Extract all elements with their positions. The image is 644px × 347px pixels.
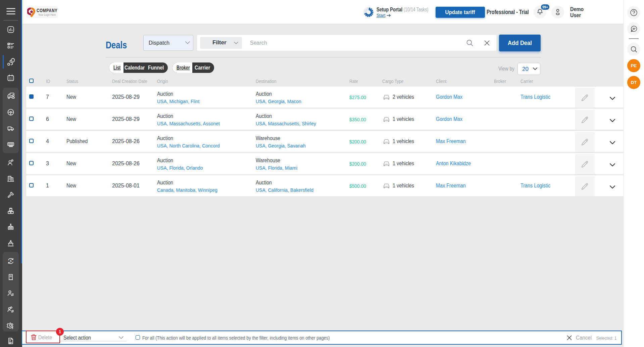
svg-text:$: $ <box>11 326 13 330</box>
svg-text:$: $ <box>9 339 11 342</box>
svg-text:$: $ <box>10 259 12 263</box>
